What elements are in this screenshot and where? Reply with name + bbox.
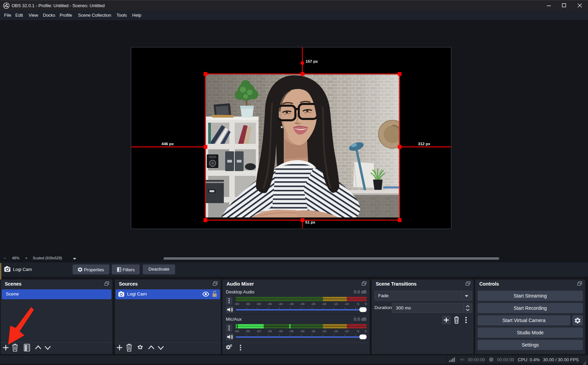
svg-text:0.0 dB: 0.0 dB [354,317,367,322]
svg-text:Desktop Audio: Desktop Audio [226,289,254,294]
svg-text:446 px: 446 px [161,142,174,146]
svg-text:312 px: 312 px [418,142,430,146]
svg-text:Mic/Aux: Mic/Aux [226,317,242,322]
svg-text:0.0 dB: 0.0 dB [354,289,367,294]
svg-text:51 px: 51 px [305,220,315,224]
svg-text:157 px: 157 px [306,59,318,63]
